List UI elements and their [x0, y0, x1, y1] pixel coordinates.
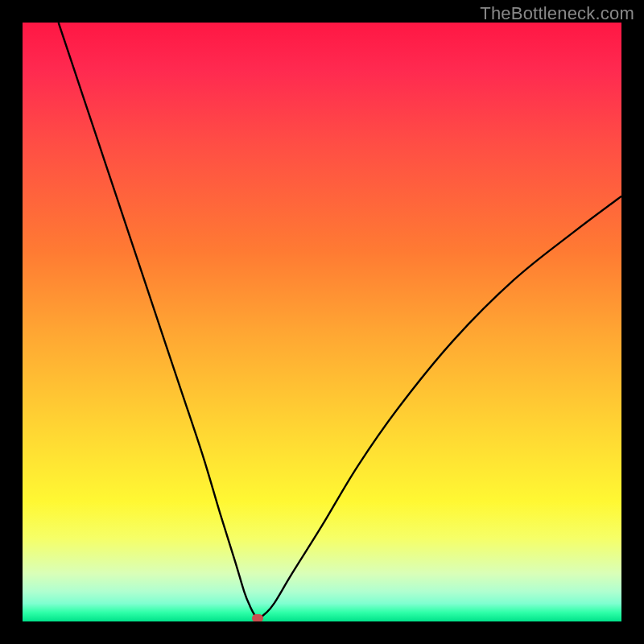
minimum-marker [252, 614, 263, 621]
plot-area [23, 23, 621, 621]
bottleneck-curve [23, 23, 621, 621]
watermark-text: TheBottleneck.com [480, 3, 634, 24]
curve-path [59, 23, 621, 618]
chart-frame: TheBottleneck.com [0, 0, 644, 644]
